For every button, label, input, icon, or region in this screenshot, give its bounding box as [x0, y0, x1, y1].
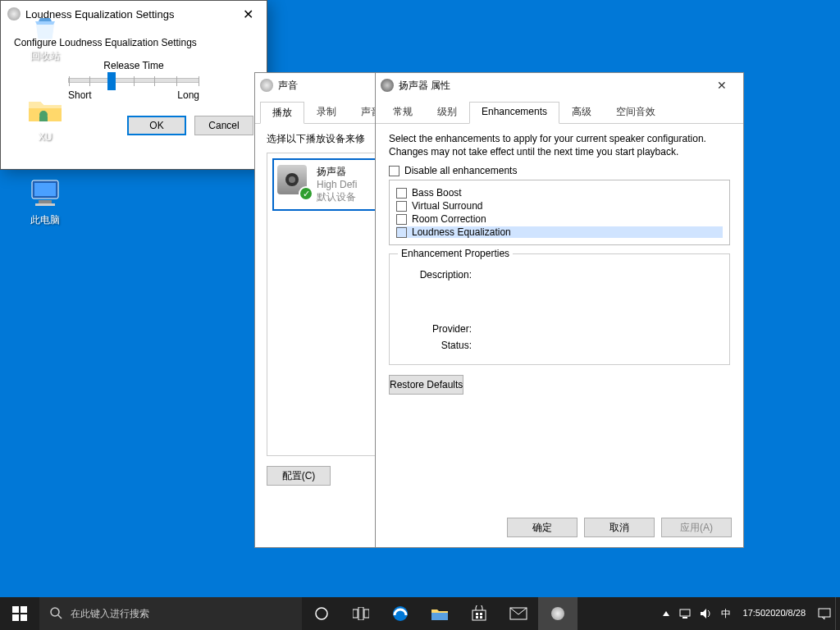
checkbox[interactable]	[396, 214, 407, 225]
configure-button[interactable]: 配置(C)	[267, 466, 331, 486]
svg-rect-26	[680, 609, 690, 616]
tray-action-center[interactable]	[814, 597, 835, 630]
taskbar-explorer[interactable]	[420, 597, 459, 630]
checkbox[interactable]	[396, 227, 407, 238]
prop-description-label: Description:	[398, 269, 472, 281]
svg-rect-19	[431, 613, 448, 620]
close-button[interactable]: ✕	[705, 73, 738, 98]
group-title: Enhancement Properties	[398, 248, 513, 259]
cancel-button[interactable]: 取消	[584, 518, 655, 537]
svg-rect-21	[476, 613, 478, 615]
svg-rect-23	[476, 616, 478, 619]
clock-time: 17:50	[743, 608, 766, 619]
svg-rect-9	[21, 606, 27, 613]
taskbar-store[interactable]	[459, 597, 499, 630]
svg-rect-5	[35, 203, 55, 206]
svg-rect-16	[358, 607, 363, 620]
taskbar-edge[interactable]	[381, 597, 420, 630]
checkbox[interactable]	[396, 188, 407, 199]
close-button[interactable]: ✕	[235, 7, 260, 22]
enh-bass-boost[interactable]: Bass Boost	[396, 187, 723, 199]
apply-button[interactable]: 应用(A)	[661, 518, 732, 537]
clock-date: 2020/8/28	[765, 608, 806, 619]
restore-defaults-button[interactable]: Restore Defaults	[389, 375, 463, 395]
svg-rect-8	[12, 606, 19, 613]
svg-line-13	[58, 615, 62, 619]
enhancements-description: Select the enhancements to apply for you…	[389, 132, 730, 158]
task-view-button[interactable]	[341, 597, 381, 630]
tray-network-icon[interactable]	[674, 597, 696, 630]
tab-advanced[interactable]: 高级	[559, 101, 604, 123]
cancel-button[interactable]: Cancel	[194, 116, 253, 135]
svg-rect-22	[480, 613, 482, 615]
props-title: 扬声器 属性	[399, 79, 705, 93]
device-subtitle: High Defi	[317, 179, 357, 190]
tray-ime[interactable]: 中	[717, 597, 735, 630]
folder-icon	[27, 92, 63, 128]
disable-all-checkbox[interactable]	[389, 166, 399, 176]
svg-rect-15	[353, 609, 358, 618]
enhancements-list: Bass Boost Virtual Surround Room Correct…	[389, 180, 730, 245]
svg-point-14	[316, 608, 327, 619]
taskbar-app-sound[interactable]	[538, 597, 578, 630]
svg-rect-27	[682, 617, 687, 619]
search-placeholder: 在此键入进行搜索	[71, 607, 149, 621]
tray-volume-icon[interactable]	[696, 597, 717, 630]
device-status: 默认设备	[317, 190, 357, 204]
tab-levels[interactable]: 级别	[425, 101, 469, 123]
enh-room-correction[interactable]: Room Correction	[396, 213, 723, 225]
svg-rect-24	[480, 616, 482, 619]
slider-thumb[interactable]	[107, 72, 116, 90]
tab-spatial[interactable]: 空间音效	[604, 101, 668, 123]
tray-show-hidden[interactable]	[658, 597, 674, 630]
tab-enhancements[interactable]: Enhancements	[469, 102, 559, 124]
svg-rect-28	[819, 609, 830, 617]
tray-clock[interactable]: 17:50 2020/8/28	[735, 597, 814, 630]
cortana-button[interactable]	[302, 597, 341, 630]
props-titlebar[interactable]: 扬声器 属性 ✕	[376, 73, 743, 98]
svg-rect-3	[34, 183, 56, 196]
prop-provider-label: Provider:	[398, 323, 472, 335]
recycle-bin-icon	[27, 10, 63, 46]
svg-rect-11	[21, 614, 27, 621]
checkbox[interactable]	[396, 201, 407, 212]
slider-max-label: Long	[177, 89, 199, 101]
enhancement-properties-group: Enhancement Properties Description: Prov…	[389, 253, 730, 365]
speaker-properties-dialog: 扬声器 属性 ✕ 常规 级别 Enhancements 高级 空间音效 Sele…	[375, 72, 744, 548]
svg-rect-17	[364, 609, 369, 618]
search-icon	[49, 606, 62, 622]
ok-button[interactable]: OK	[127, 116, 186, 135]
default-device-check-icon: ✓	[299, 186, 313, 201]
enh-virtual-surround[interactable]: Virtual Surround	[396, 200, 723, 212]
enh-loudness-eq[interactable]: Loudness Equalization	[396, 226, 723, 238]
svg-point-7	[289, 176, 295, 183]
device-name: 扬声器	[317, 165, 357, 179]
prop-status-label: Status:	[398, 340, 472, 351]
desktop-icon-recycle-bin[interactable]: 回收站	[15, 10, 75, 63]
speaker-props-icon	[381, 79, 394, 92]
desktop-icon-this-pc[interactable]: 此电脑	[15, 174, 75, 227]
props-tabbar: 常规 级别 Enhancements 高级 空间音效	[376, 98, 743, 124]
disable-all-label: Disable all enhancements	[404, 165, 517, 176]
desktop-icon-folder-xu[interactable]: XU	[15, 92, 75, 143]
release-time-slider[interactable]	[68, 78, 199, 83]
show-desktop-button[interactable]	[835, 597, 840, 630]
ok-button[interactable]: 确定	[507, 518, 578, 537]
svg-rect-4	[39, 200, 52, 203]
taskbar-search[interactable]: 在此键入进行搜索	[39, 597, 302, 630]
svg-point-12	[51, 608, 59, 616]
taskbar: 在此键入进行搜索 中 17:50 2020/8/28	[0, 597, 840, 630]
svg-rect-10	[12, 614, 19, 621]
taskbar-mail[interactable]	[499, 597, 538, 630]
svg-rect-1	[39, 116, 48, 121]
start-button[interactable]	[0, 597, 39, 630]
tab-playback[interactable]: 播放	[260, 102, 304, 124]
disable-all-row[interactable]: Disable all enhancements	[389, 165, 730, 176]
svg-rect-20	[472, 610, 486, 620]
sound-icon	[260, 79, 273, 92]
speaker-app-icon	[551, 607, 564, 620]
computer-icon	[27, 174, 63, 210]
tab-general[interactable]: 常规	[381, 101, 425, 123]
tab-record[interactable]: 录制	[304, 101, 349, 123]
